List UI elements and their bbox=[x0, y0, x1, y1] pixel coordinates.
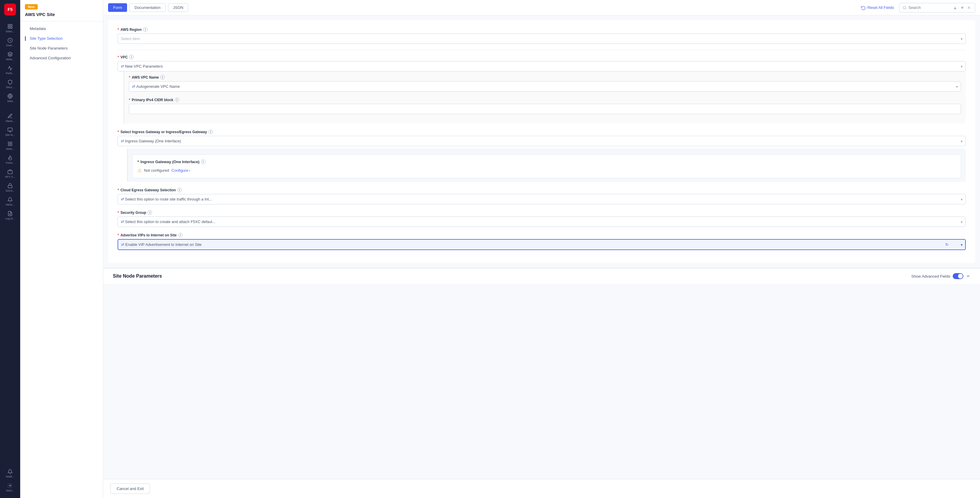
form-inner: * AWS Region i Select item ▾ * bbox=[108, 20, 975, 263]
search-input[interactable] bbox=[908, 5, 950, 10]
sidebar-item-select[interactable]: Selec... bbox=[0, 21, 20, 35]
sidebar-item-secre[interactable]: Secre... bbox=[0, 181, 20, 195]
aws-region-field: * AWS Region i Select item ▾ bbox=[118, 27, 966, 44]
aws-region-select[interactable]: Select item bbox=[118, 33, 966, 44]
advertise-vips-value: Enable VIP Advertisement to Internet on … bbox=[125, 242, 202, 247]
vpc-label: * VPC i bbox=[118, 55, 966, 59]
sidebar-item-log[interactable]: Log M... bbox=[0, 208, 20, 222]
ingress-gateway-selection-field: * Select Ingress Gateway or Ingress/Egre… bbox=[118, 130, 966, 182]
ingress-gw-sel-cycle-icon: ⇄ bbox=[121, 139, 124, 143]
sidebar-item-netw[interactable]: Netw... bbox=[0, 139, 20, 153]
show-advanced-toggle[interactable] bbox=[953, 273, 963, 279]
vpc-select[interactable]: ⇄ New VPC Parameters bbox=[118, 61, 966, 71]
chevron-up-icon bbox=[966, 274, 970, 279]
nav-title: AWS VPC Site bbox=[25, 12, 98, 17]
ingress-gw-sel-info-icon[interactable]: i bbox=[208, 130, 213, 134]
reset-all-fields-button[interactable]: Reset All Fields bbox=[858, 3, 897, 12]
top-bar: Form Documentation JSON Reset All Fields… bbox=[103, 0, 980, 16]
vpc-nested-section: * AWS VPC Name i ⇄ Autogenerate VPC Name… bbox=[124, 71, 966, 124]
sidebar-item-sites[interactable]: Sites bbox=[0, 91, 20, 105]
primary-ipv4-field: * Primary IPv4 CIDR block i bbox=[129, 98, 961, 114]
primary-ipv4-text: Primary IPv4 CIDR block bbox=[132, 98, 173, 102]
security-group-info-icon[interactable]: i bbox=[148, 210, 152, 215]
nav-panel: New AWS VPC Site Metadata Site Type Sele… bbox=[20, 0, 103, 498]
advertise-vips-cycle-icon: ⇄ bbox=[121, 242, 124, 247]
ingress-gw-title-text: Ingress Gateway (One Interface) bbox=[140, 160, 199, 164]
cloud-egress-info-icon[interactable]: i bbox=[177, 188, 182, 192]
svg-rect-2 bbox=[8, 27, 10, 29]
nav-menu-item-metadata[interactable]: Metadata bbox=[20, 24, 103, 33]
configure-chevron-icon: › bbox=[189, 168, 190, 173]
advertise-vips-refresh-icon: ↻ bbox=[945, 242, 948, 247]
aws-region-select-wrapper: Select item ▾ bbox=[118, 33, 966, 44]
advertise-vips-select[interactable]: ⇄ Enable VIP Advertisement to Internet o… bbox=[118, 239, 966, 250]
sidebar-item-nfv-label: NFV S... bbox=[5, 175, 15, 178]
search-nav-close[interactable]: ✕ bbox=[966, 5, 972, 11]
nav-menu-item-advanced[interactable]: Advanced Configuration bbox=[20, 53, 103, 63]
nav-menu-item-site-node[interactable]: Site Node Parameters bbox=[20, 43, 103, 53]
sidebar-item-manage[interactable]: Mana... bbox=[0, 111, 20, 125]
search-nav-down[interactable]: ▼ bbox=[959, 5, 966, 11]
sidebar-item-firew-label: Firew... bbox=[6, 161, 14, 164]
sidebar-item-sitem-label: Site M... bbox=[5, 133, 15, 136]
cloud-egress-wrapper: ⇄ Select this option to route site traff… bbox=[118, 194, 966, 205]
sidebar-item-nfv[interactable]: NFV S... bbox=[0, 167, 20, 181]
bottom-bar: Cancel and Exit bbox=[103, 479, 980, 498]
sidebar-item-alerts[interactable]: Alerts... bbox=[0, 195, 20, 208]
nav-menu-item-site-type[interactable]: Site Type Selection bbox=[20, 33, 103, 43]
ingress-gw-sel-select[interactable]: ⇄ Ingress Gateway (One Interface) bbox=[118, 136, 966, 146]
vpc-select-wrapper: ⇄ New VPC Parameters ▾ bbox=[118, 61, 966, 71]
vpc-info-icon[interactable]: i bbox=[129, 55, 134, 59]
security-group-wrapper: ⇄ Select this option to create and attac… bbox=[118, 217, 966, 227]
sidebar-item-security[interactable]: Secu... bbox=[0, 77, 20, 91]
aws-vpc-name-field: * AWS VPC Name i ⇄ Autogenerate VPC Name… bbox=[129, 75, 961, 92]
svg-rect-1 bbox=[11, 24, 12, 26]
sidebar-item-firew[interactable]: Firew... bbox=[0, 153, 20, 167]
sidebar-item-overview-label: Over... bbox=[6, 44, 14, 47]
svg-point-14 bbox=[10, 485, 11, 487]
sidebar-item-notifications[interactable]: Notifi... bbox=[0, 466, 20, 481]
cloud-egress-cycle-icon: ⇄ bbox=[121, 197, 124, 201]
security-group-text: Security Group bbox=[121, 211, 146, 215]
advertise-vips-label: * Advertise VIPs to Internet on Site i bbox=[118, 233, 966, 237]
cloud-egress-required: * bbox=[118, 188, 119, 192]
advertise-vips-info-icon[interactable]: i bbox=[178, 233, 183, 237]
tab-documentation[interactable]: Documentation bbox=[129, 3, 165, 12]
sidebar-item-manage-label: Mana... bbox=[6, 119, 14, 122]
primary-ipv4-label: * Primary IPv4 CIDR block i bbox=[129, 98, 961, 102]
sidebar-item-network-label: Netw... bbox=[6, 58, 14, 61]
primary-ipv4-input[interactable] bbox=[129, 104, 961, 114]
warning-icon: ⚠ bbox=[137, 168, 142, 173]
cloud-egress-select[interactable]: ⇄ Select this option to route site traff… bbox=[118, 194, 966, 205]
not-configured-row: ⚠ Not configured Configure › bbox=[137, 168, 956, 173]
security-group-select[interactable]: ⇄ Select this option to create and attac… bbox=[118, 217, 966, 227]
reset-label: Reset All Fields bbox=[867, 5, 894, 10]
tab-json[interactable]: JSON bbox=[168, 3, 189, 12]
not-configured-text: Not configured bbox=[144, 168, 169, 173]
ingress-gw-title-info-icon[interactable]: i bbox=[201, 160, 205, 164]
aws-vpc-name-info-icon[interactable]: i bbox=[160, 75, 165, 79]
sidebar-item-network[interactable]: Netw... bbox=[0, 49, 20, 63]
cancel-and-exit-button[interactable]: Cancel and Exit bbox=[110, 484, 150, 494]
configure-link[interactable]: Configure › bbox=[172, 168, 190, 173]
primary-ipv4-info-icon[interactable]: i bbox=[175, 98, 179, 102]
sidebar-item-security-label: Secu... bbox=[6, 86, 14, 89]
search-nav-up[interactable]: ▲ bbox=[952, 5, 958, 11]
cloud-egress-value: Select this option to route site traffic… bbox=[125, 197, 212, 201]
security-group-field: * Security Group i ⇄ Select this option … bbox=[118, 210, 966, 227]
svg-line-16 bbox=[905, 8, 906, 9]
sidebar-item-sites-label: Sites bbox=[7, 100, 13, 103]
cloud-egress-text: Cloud Egress Gateway Selection bbox=[121, 188, 176, 192]
aws-region-info-icon[interactable]: i bbox=[143, 27, 148, 32]
tab-form[interactable]: Form bbox=[108, 3, 127, 12]
new-badge: New bbox=[25, 4, 38, 10]
advertise-vips-text: Advertise VIPs to Internet on Site bbox=[121, 233, 177, 237]
sidebar-item-perf-label: Perfo... bbox=[6, 72, 14, 75]
sidebar-item-overview[interactable]: Over... bbox=[0, 35, 20, 49]
ingress-gw-sel-required: * bbox=[118, 130, 119, 134]
sidebar-item-perf[interactable]: Perfo... bbox=[0, 63, 20, 77]
aws-vpc-name-select[interactable]: ⇄ Autogenerate VPC Name bbox=[129, 81, 961, 92]
sidebar-item-sitem[interactable]: Site M... bbox=[0, 125, 20, 139]
sidebar-item-services[interactable]: Servi... bbox=[0, 481, 20, 495]
svg-rect-11 bbox=[8, 186, 12, 188]
